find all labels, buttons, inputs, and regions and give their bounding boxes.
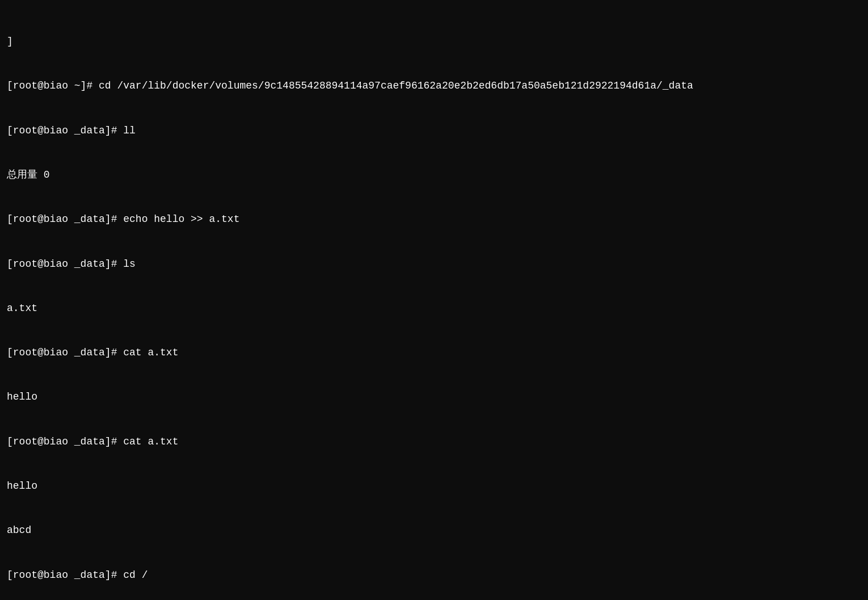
line-11: hello [7, 479, 861, 493]
line-4: 总用量 0 [7, 167, 861, 182]
line-12: abcd [7, 523, 861, 538]
line-5: [root@biao _data]# echo hello >> a.txt [7, 212, 861, 226]
line-8: [root@biao _data]# cat a.txt [7, 345, 861, 360]
line-10: [root@biao _data]# cat a.txt [7, 434, 861, 449]
line-7: a.txt [7, 301, 861, 316]
line-13: [root@biao _data]# cd / [7, 568, 861, 582]
line-9: hello [7, 389, 861, 404]
line-2: [root@biao ~]# cd /var/lib/docker/volume… [7, 78, 861, 93]
line-1: ] [7, 34, 861, 49]
line-3: [root@biao _data]# ll [7, 123, 861, 138]
line-6: [root@biao _data]# ls [7, 257, 861, 271]
terminal-output: ] [root@biao ~]# cd /var/lib/docker/volu… [7, 5, 861, 600]
